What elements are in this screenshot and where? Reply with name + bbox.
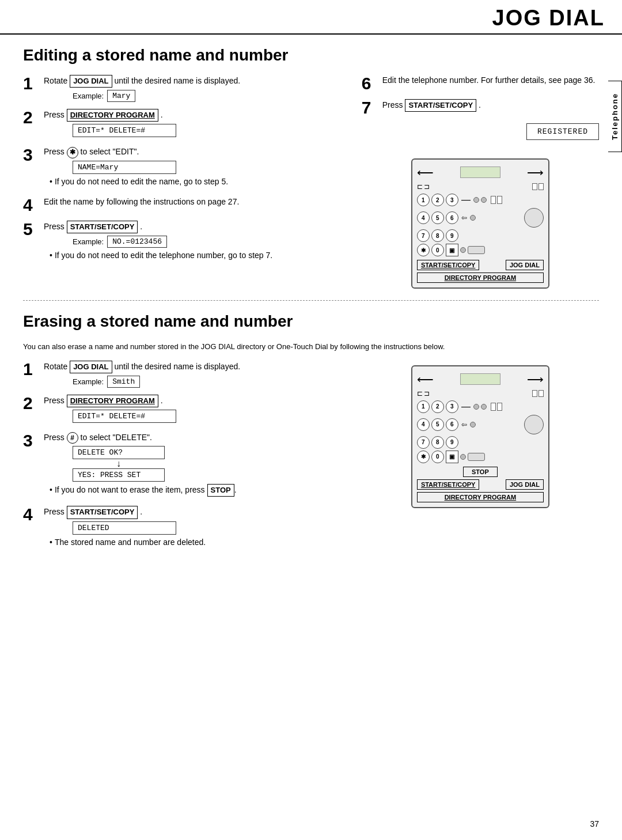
start-set-copy-label-e4: START/SET/COPY (67, 506, 138, 519)
page-title: JOG DIAL (492, 6, 605, 30)
key-8: 8 (431, 229, 444, 242)
key-1: 1 (417, 194, 430, 206)
sidebar-telephone: Telephone (608, 81, 622, 152)
section1-right: 6 Edit the telephone number. For further… (362, 75, 599, 289)
dev-start-btn-1: START/SET/COPY (417, 260, 480, 270)
display-edit-delete-1: EDIT=* DELETE=# (73, 124, 176, 137)
key2-4: 4 (417, 418, 430, 431)
key2-7: 7 (417, 436, 430, 449)
key-6: 6 (446, 211, 458, 224)
key-9: 9 (446, 229, 458, 242)
key-star: ✱ (417, 244, 430, 256)
key-3: 3 (446, 194, 458, 206)
step-4: 4 Edit the name by following the instruc… (23, 196, 344, 214)
dev-stop-btn-2: STOP (463, 467, 498, 477)
erase-step-2: 2 Press DIRECTORY PROGRAM . EDIT=* DELET… (23, 395, 344, 425)
step-7: 7 Press START/SET/COPY . (362, 99, 599, 116)
example-value-e1: Smith (107, 376, 140, 388)
section-divider (23, 300, 599, 301)
step-7-num: 7 (362, 99, 378, 116)
erase-step-4-num: 4 (23, 506, 39, 523)
key-4: 4 (417, 211, 430, 224)
section2-right: ⟵ ⟶ ⊏⊐ (362, 361, 599, 558)
device-illustration-1: ⟵ ⟶ ⊏⊐ (411, 154, 549, 289)
section1-layout: 1 Rotate JOG DIAL until the desired name… (23, 75, 599, 289)
jog-dial-label-e1: JOG DIAL (70, 361, 112, 373)
key2-3: 3 (446, 400, 458, 413)
step-1-num: 1 (23, 75, 39, 92)
star-key: ✱ (67, 147, 78, 158)
arrow-down-icon: ↓ (73, 459, 165, 468)
step-6-content: Edit the telephone number. For further d… (382, 75, 599, 89)
step-3: 3 Press ✱ to select "EDIT". NAME=Mary If… (23, 146, 344, 190)
step-7-content: Press START/SET/COPY . (382, 99, 599, 114)
dir-prog-label-e2: DIRECTORY PROGRAM (67, 395, 158, 407)
display-deleted: DELETED (73, 521, 176, 535)
dev-jog-btn-2: JOG DIAL (506, 479, 544, 490)
jog-dial-label-1: JOG DIAL (70, 75, 112, 88)
erase-step-4: 4 Press START/SET/COPY . DELETED The sto… (23, 506, 344, 550)
main-content: Editing a stored name and number 1 Rotat… (0, 35, 622, 574)
key2-1: 1 (417, 400, 430, 413)
example-value-5: NO.=0123456 (107, 236, 167, 248)
start-set-copy-label-5: START/SET/COPY (67, 221, 138, 233)
example-value-1: Mary (107, 90, 135, 102)
step-4-content: Edit the name by following the instructi… (44, 196, 344, 210)
step-2-num: 2 (23, 109, 39, 126)
erase-step-1: 1 Rotate JOG DIAL until the desired name… (23, 361, 344, 388)
dev-jog-btn-1: JOG DIAL (506, 260, 544, 270)
step-6-num: 6 (362, 75, 378, 92)
stop-btn-note: STOP (207, 484, 234, 497)
section2-intro: You can also erase a name and number sto… (23, 341, 599, 353)
section2-layout: 1 Rotate JOG DIAL until the desired name… (23, 361, 599, 558)
erase-step-4-content: Press START/SET/COPY . DELETED The store… (44, 506, 344, 550)
key2-0: 0 (431, 451, 444, 463)
step-4-num: 4 (23, 196, 39, 214)
section2-left: 1 Rotate JOG DIAL until the desired name… (23, 361, 344, 558)
step-2-content: Press DIRECTORY PROGRAM . EDIT=* DELETE=… (44, 109, 344, 139)
example-label-e1: Example: (73, 377, 104, 386)
erase-step-1-content: Rotate JOG DIAL until the desired name i… (44, 361, 344, 388)
key2-hash: ▣ (446, 451, 458, 463)
delete-stack: DELETE OK? ↓ YES: PRESS SET (73, 446, 344, 482)
key2-8: 8 (431, 436, 444, 449)
display-delete-ok: DELETE OK? (73, 446, 165, 459)
big-jog-dial-2 (524, 415, 544, 434)
section2-heading: Erasing a stored name and number (23, 312, 599, 331)
key2-6: 6 (446, 418, 458, 431)
display-yes-press-set: YES: PRESS SET (73, 468, 165, 482)
step-3-num: 3 (23, 146, 39, 164)
device-illustration-2: ⟵ ⟶ ⊏⊐ (411, 361, 549, 508)
dev-dir-btn-2: DIRECTORY PROGRAM (417, 492, 544, 502)
page-number: 37 (590, 819, 599, 828)
device-screen-2 (460, 373, 500, 385)
arrow-left-icon-2: ⟵ (417, 372, 434, 386)
step-1: 1 Rotate JOG DIAL until the desired name… (23, 75, 344, 102)
display-edit-delete-e2: EDIT=* DELETE=# (73, 410, 176, 423)
step-5-content: Press START/SET/COPY . Example: NO.=0123… (44, 221, 344, 264)
hash-key: # (67, 432, 78, 444)
arrow-right-icon: ⟶ (527, 165, 544, 179)
erase-step-2-content: Press DIRECTORY PROGRAM . EDIT=* DELETE=… (44, 395, 344, 425)
example-label-1: Example: (73, 92, 104, 100)
key-7: 7 (417, 229, 430, 242)
example-label-5: Example: (73, 237, 104, 246)
display-registered: REGISTERED (526, 123, 599, 140)
key-5: 5 (431, 211, 444, 224)
key2-2: 2 (431, 400, 444, 413)
section1-left: 1 Rotate JOG DIAL until the desired name… (23, 75, 344, 289)
section-erasing: Erasing a stored name and number You can… (23, 312, 599, 557)
page-header: JOG DIAL (0, 0, 622, 35)
arrow-left-icon: ⟵ (417, 165, 434, 179)
dir-prog-label-2: DIRECTORY PROGRAM (67, 109, 158, 122)
section-editing: Editing a stored name and number 1 Rotat… (23, 46, 599, 289)
dev-start-btn-2: START/SET/COPY (417, 479, 480, 490)
key-hash: ▣ (446, 244, 458, 256)
note-step5: If you do not need to edit the telephone… (50, 250, 344, 262)
key2-9: 9 (446, 436, 458, 449)
erase-step-3-num: 3 (23, 432, 39, 449)
step-5-num: 5 (23, 221, 39, 238)
step-5: 5 Press START/SET/COPY . Example: NO.=01… (23, 221, 344, 264)
key2-5: 5 (431, 418, 444, 431)
erase-step-3-content: Press # to select "DELETE". DELETE OK? ↓… (44, 432, 344, 499)
